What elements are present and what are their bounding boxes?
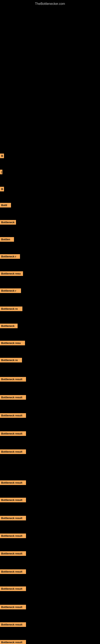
bottleneck-result-item: Bottleneck result: [0, 622, 26, 627]
bottleneck-result-item: Bottleneck result: [0, 516, 26, 520]
bottleneck-result-item: B: [0, 154, 4, 158]
bottleneck-result-item: Bottleneck resu: [0, 271, 23, 276]
bottleneck-result-item: Bottleneck result: [0, 395, 26, 400]
bottleneck-result-item: Bottleneck result: [0, 413, 26, 418]
bottleneck-result-item: |: [0, 170, 2, 174]
content-area: B|BBottlBottleneckBottlenBottleneck rBot…: [0, 7, 100, 644]
bottleneck-result-item: Bottlen: [0, 237, 14, 242]
bottleneck-result-item: Bottleneck r: [0, 254, 20, 259]
bottleneck-result-item: Bottleneck result: [0, 498, 26, 502]
bottleneck-result-item: Bottleneck result: [0, 605, 26, 610]
bottleneck-result-item: Bottleneck resu: [0, 341, 25, 345]
bottleneck-result-item: Bottleneck result: [0, 586, 26, 591]
bottleneck-result-item: Bottleneck result: [0, 551, 26, 556]
bottleneck-result-item: Bottleneck re: [0, 306, 22, 311]
bottleneck-result-item: Bottleneck result: [0, 569, 26, 574]
bottleneck-result-item: Bottleneck: [0, 324, 18, 328]
site-title: TheBottlenecker.com: [0, 0, 100, 7]
bottleneck-result-item: Bottleneck r: [0, 288, 21, 293]
bottleneck-result-item: Bottl: [0, 203, 11, 208]
bottleneck-result-item: Bottleneck: [0, 220, 16, 224]
bottleneck-result-item: Bottleneck result: [0, 450, 26, 454]
bottleneck-result-item: Bottleneck result: [0, 640, 26, 644]
bottleneck-result-item: Bottleneck result: [0, 534, 26, 538]
bottleneck-result-item: Bottleneck result: [0, 431, 26, 436]
bottleneck-result-item: Bottleneck result: [0, 480, 26, 485]
bottleneck-result-item: Bottleneck result: [0, 377, 26, 382]
bottleneck-result-item: Bottleneck re: [0, 358, 22, 362]
bottleneck-result-item: B: [0, 187, 4, 192]
